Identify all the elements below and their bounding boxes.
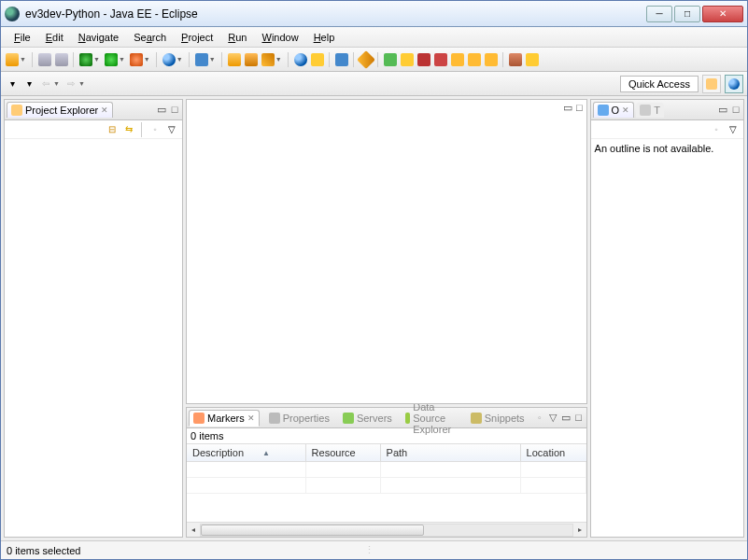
project-explorer-tab[interactable]: Project Explorer ✕ [7, 102, 113, 118]
minimize-button[interactable]: ─ [646, 6, 672, 22]
servers-tab[interactable]: Servers [339, 411, 396, 426]
disconnect-button[interactable] [433, 52, 448, 67]
project-explorer-toolbar: ⊟ ⇆ ◦ ▽ [5, 120, 182, 139]
outline-maximize-icon[interactable]: □ [730, 104, 741, 116]
scroll-thumb[interactable] [201, 525, 424, 536]
outline-menu-button[interactable]: ▽ [727, 123, 740, 136]
focus-button[interactable]: ◦ [534, 412, 545, 424]
run-last-button[interactable] [129, 52, 144, 67]
ext2-button[interactable] [525, 52, 540, 67]
nav1-button[interactable]: ▾ [5, 77, 20, 91]
suspend-button[interactable] [400, 52, 415, 67]
new-button[interactable] [5, 52, 20, 67]
col-description[interactable]: Description▲ [187, 444, 306, 461]
editor-area[interactable]: ▭ □ [186, 99, 587, 404]
outline-empty-text: An outline is not available. [595, 143, 714, 154]
close-markers-icon[interactable]: ✕ [247, 413, 255, 423]
project-explorer-icon [11, 105, 22, 116]
search2-button[interactable] [310, 52, 325, 67]
run-button[interactable] [104, 52, 119, 67]
view-menu-icon[interactable]: ▽ [547, 412, 558, 424]
forward-button[interactable]: ⇨ [64, 77, 78, 91]
col-path[interactable]: Path [381, 444, 521, 461]
step-into-button[interactable] [450, 52, 465, 67]
window-title: ev3dev-Python - Java EE - Eclipse [25, 7, 646, 21]
menu-window[interactable]: Window [254, 30, 305, 45]
markers-tab[interactable]: Markers ✕ [189, 410, 260, 427]
menu-file[interactable]: File [7, 30, 38, 45]
terminate-button[interactable] [416, 52, 431, 67]
nav-toolbar: ▾ ▾ ⇦▼ ⇨▼ Quick Access [1, 72, 747, 96]
toggle-breadcrumb-button[interactable] [334, 52, 349, 67]
scroll-right-icon[interactable]: ▸ [573, 524, 586, 537]
maximize-button[interactable]: □ [674, 6, 700, 22]
menubar: File Edit Navigate Search Project Run Wi… [1, 27, 747, 48]
data-source-icon [405, 413, 410, 424]
outline-tab[interactable]: O ✕ [593, 102, 635, 118]
ext1-button[interactable] [508, 52, 523, 67]
titlebar[interactable]: ev3dev-Python - Java EE - Eclipse ─ □ ✕ [1, 1, 747, 27]
step-return-button[interactable] [484, 52, 499, 67]
collapse-all-button[interactable]: ⊟ [106, 123, 119, 136]
link-editor-button[interactable]: ⇆ [122, 123, 135, 136]
horizontal-scrollbar[interactable]: ◂ ▸ [187, 522, 586, 537]
markers-table-header: Description▲ Resource Path Location [187, 443, 586, 462]
view-menu-button[interactable]: ▽ [165, 123, 178, 136]
outline-toolbar: ◦ ▽ [591, 120, 743, 139]
save-button[interactable] [37, 52, 52, 67]
bottom-maximize-icon[interactable]: □ [573, 412, 585, 424]
open-task-button[interactable] [244, 52, 259, 67]
new-server-button[interactable] [162, 52, 176, 67]
properties-tab[interactable]: Properties [265, 411, 333, 426]
status-text: 0 items selected [7, 545, 80, 556]
resume-button[interactable] [383, 52, 398, 67]
main-toolbar: ▼ ▼ ▼ ▼ ▼ ▼ ▼ [1, 48, 747, 72]
menu-search[interactable]: Search [126, 30, 174, 45]
col-resource[interactable]: Resource [306, 444, 381, 461]
close-button[interactable]: ✕ [702, 6, 743, 22]
javaee-perspective-button[interactable] [725, 75, 743, 93]
servers-icon [343, 413, 354, 424]
scroll-left-icon[interactable]: ◂ [187, 524, 200, 537]
pin-button[interactable] [359, 52, 374, 67]
snippets-tab[interactable]: Snippets [467, 411, 529, 426]
back-button[interactable]: ⇦ [38, 77, 53, 91]
markers-icon [193, 413, 205, 424]
maximize-view-icon[interactable]: □ [169, 104, 180, 116]
focus-task-button[interactable]: ◦ [148, 123, 162, 136]
table-row [187, 478, 586, 494]
open-type-button[interactable] [227, 52, 242, 67]
nav2-button[interactable]: ▾ [21, 77, 36, 91]
quick-access[interactable]: Quick Access [620, 76, 699, 92]
open-perspective-button[interactable] [702, 75, 721, 93]
editor-minimize-icon[interactable]: ▭ [563, 102, 572, 114]
menu-project[interactable]: Project [174, 30, 220, 45]
menu-run[interactable]: Run [220, 30, 254, 45]
outline-body: An outline is not available. [591, 139, 743, 537]
save-all-button[interactable] [54, 52, 69, 67]
status-grip-icon[interactable]: ⋮ [364, 544, 374, 556]
bottom-minimize-icon[interactable]: ▭ [560, 412, 572, 424]
outline-minimize-icon[interactable]: ▭ [717, 104, 728, 116]
task-list-tab[interactable]: T [636, 103, 664, 118]
markers-table-body[interactable] [187, 462, 586, 522]
snippets-icon [471, 413, 482, 424]
menu-edit[interactable]: Edit [38, 30, 71, 45]
outline-focus-button[interactable]: ◦ [710, 123, 723, 136]
project-explorer-body[interactable] [5, 139, 182, 537]
debug-button[interactable] [78, 52, 93, 67]
step-over-button[interactable] [467, 52, 482, 67]
outline-icon [598, 105, 609, 116]
close-tab-icon[interactable]: ✕ [101, 105, 108, 115]
wrench-button[interactable] [261, 52, 275, 67]
minimize-view-icon[interactable]: ▭ [156, 104, 167, 116]
menu-navigate[interactable]: Navigate [71, 30, 126, 45]
new-dropdown-icon[interactable]: ▼ [20, 56, 26, 63]
new-ext-button[interactable] [194, 52, 209, 67]
menu-help[interactable]: Help [306, 30, 343, 45]
statusbar: 0 items selected ⋮ [1, 540, 747, 559]
close-outline-icon[interactable]: ✕ [622, 105, 629, 115]
search-button[interactable] [293, 52, 308, 67]
col-location[interactable]: Location [521, 444, 586, 461]
editor-maximize-icon[interactable]: □ [576, 102, 583, 114]
